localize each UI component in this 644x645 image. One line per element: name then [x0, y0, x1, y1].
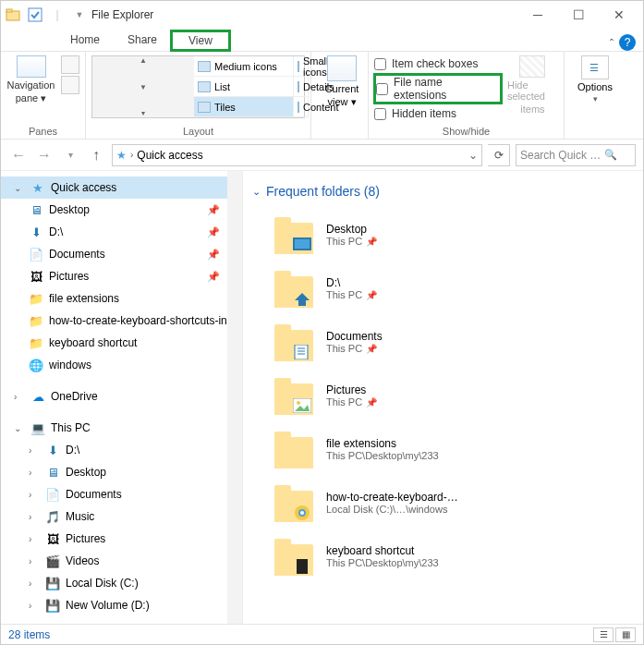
tree-windows[interactable]: 🌐windows — [1, 354, 242, 376]
folder-item[interactable]: keyboard shortcutThis PC\Desktop\my\233 — [243, 529, 636, 583]
folder-name: Desktop — [326, 223, 377, 236]
navigation-pane-label: Navigation — [7, 79, 55, 91]
back-button[interactable]: ← — [8, 145, 29, 165]
layout-content[interactable]: Content — [294, 97, 309, 117]
folder-icon — [274, 269, 313, 308]
up-button[interactable]: ↑ — [86, 145, 106, 165]
svg-rect-5 — [295, 345, 308, 359]
layout-group-label: Layout — [91, 124, 305, 137]
folder-item[interactable]: DocumentsThis PC 📌 — [243, 315, 636, 369]
tab-view[interactable]: View — [171, 30, 230, 51]
folder-sublabel: This PC\Desktop\my\233 — [326, 450, 439, 461]
folder-item[interactable]: how-to-create-keyboard-…Local Disk (C:)\… — [243, 476, 636, 529]
folder-icon — [274, 483, 313, 522]
tree-documents[interactable]: 📄Documents📌 — [1, 243, 242, 265]
folder-icon — [274, 430, 313, 469]
tree-keyboard-shortcut[interactable]: 📁keyboard shortcut — [1, 332, 242, 354]
address-dropdown-icon[interactable]: ⌄ — [468, 149, 478, 162]
address-field[interactable]: ★ › Quick access ⌄ — [112, 144, 482, 166]
content-pane[interactable]: ⌄Frequent folders (8) DesktopThis PC 📌D:… — [243, 171, 643, 624]
options-icon: ☰ — [581, 55, 609, 79]
pin-icon: 📌 — [366, 344, 377, 354]
folder-name: how-to-create-keyboard-… — [326, 491, 458, 504]
layout-tiles[interactable]: Tiles — [194, 97, 294, 117]
navigation-tree[interactable]: ⌄★Quick access 🖥Desktop📌 ⬇D:\📌 📄Document… — [1, 171, 243, 624]
panes-group-label: Panes — [6, 124, 79, 137]
view-thumbnails-button[interactable]: ▦ — [615, 627, 636, 642]
tree-pictures[interactable]: 🖼Pictures📌 — [1, 265, 242, 287]
close-button[interactable]: ✕ — [599, 2, 639, 28]
maximize-button[interactable]: ☐ — [558, 2, 599, 28]
help-icon[interactable]: ? — [619, 34, 636, 51]
window-title: File Explorer — [91, 8, 153, 21]
tree-howto[interactable]: 📁how-to-create-keyboard-shortcuts-in-w — [1, 310, 242, 332]
file-name-extensions-toggle[interactable]: File name extensions — [374, 74, 502, 103]
svg-rect-2 — [29, 8, 42, 21]
qat-dropdown-icon[interactable]: ▼ — [71, 6, 88, 23]
pin-icon: 📌 — [366, 237, 377, 247]
folder-item[interactable]: file extensionsThis PC\Desktop\my\233 — [243, 422, 636, 476]
tab-share[interactable]: Share — [114, 29, 171, 51]
navigation-pane-button[interactable]: Navigation pane ▾ — [6, 55, 55, 124]
tree-desktop[interactable]: 🖥Desktop📌 — [1, 199, 242, 221]
ribbon: Navigation pane ▾ Panes Medium icons Sma… — [1, 51, 643, 140]
current-view-icon — [327, 55, 357, 81]
tree-pc-videos[interactable]: ›🎬Videos — [1, 550, 242, 572]
folder-item[interactable]: PicturesThis PC 📌 — [243, 369, 636, 422]
layout-details[interactable]: Details — [294, 77, 309, 97]
tree-pc-pictures[interactable]: ›🖼Pictures — [1, 528, 242, 550]
ribbon-tabs: Home Share View ˆ ? — [1, 29, 643, 51]
navigation-pane-icon — [17, 55, 46, 78]
pin-icon: 📌 — [366, 397, 377, 408]
folder-name: Pictures — [326, 383, 377, 396]
tree-d-drive[interactable]: ⬇D:\📌 — [1, 221, 242, 243]
current-view-button[interactable]: Current view ▾ — [317, 55, 367, 108]
layout-list[interactable]: List — [194, 77, 294, 97]
folder-icon — [274, 215, 313, 254]
collapse-ribbon-icon[interactable]: ˆ — [610, 38, 614, 51]
folder-item[interactable]: D:\This PC 📌 — [243, 262, 636, 315]
item-check-boxes-toggle[interactable]: Item check boxes — [374, 57, 502, 70]
qat-checkbox-icon[interactable] — [27, 6, 43, 23]
tree-this-pc[interactable]: ⌄💻This PC — [1, 417, 242, 439]
layout-gallery[interactable]: Medium icons Small icons ▲▼▾ List Detail… — [91, 55, 305, 118]
refresh-button[interactable]: ⟳ — [488, 144, 510, 166]
tree-pc-music[interactable]: ›🎵Music — [1, 505, 242, 528]
chevron-down-icon: ⌄ — [252, 186, 261, 198]
preview-pane-button[interactable] — [61, 55, 79, 74]
tree-pc-d[interactable]: ›⬇D:\ — [1, 439, 242, 461]
folder-sublabel: This PC 📌 — [326, 289, 377, 300]
status-bar: 28 items ☰ ▦ — [1, 624, 643, 644]
options-button[interactable]: ☰ Options ▾ — [570, 55, 620, 103]
layout-small-icons[interactable]: Small icons — [294, 56, 309, 77]
hide-selected-icon — [519, 55, 545, 78]
layout-medium-icons[interactable]: Medium icons — [194, 56, 294, 77]
tab-home[interactable]: Home — [56, 29, 114, 51]
tree-file-extensions[interactable]: 📁file extensions — [1, 287, 242, 310]
tree-pc-newvol[interactable]: ›💾New Volume (D:) — [1, 594, 242, 616]
tree-quick-access[interactable]: ⌄★Quick access — [1, 176, 242, 199]
view-details-button[interactable]: ☰ — [593, 627, 614, 642]
svg-rect-14 — [297, 559, 308, 574]
details-pane-button[interactable] — [61, 76, 79, 94]
tree-onedrive[interactable]: ›☁OneDrive — [1, 385, 242, 408]
folder-name: D:\ — [326, 276, 377, 289]
search-box[interactable]: Search Quick … 🔍 — [516, 144, 636, 166]
pin-icon: 📌 — [207, 204, 220, 216]
folder-icon — [274, 376, 313, 415]
layout-scroll[interactable]: ▲▼▾ — [92, 56, 194, 117]
frequent-folders-heading[interactable]: ⌄Frequent folders (8) — [243, 178, 636, 208]
tree-pc-documents[interactable]: ›📄Documents — [1, 483, 242, 505]
tree-pc-localc[interactable]: ›💾Local Disk (C:) — [1, 572, 242, 594]
folder-sublabel: This PC 📌 — [326, 236, 377, 247]
recent-locations-button[interactable]: ▾ — [60, 145, 80, 165]
svg-rect-1 — [6, 9, 12, 12]
hidden-items-toggle[interactable]: Hidden items — [374, 107, 502, 120]
pin-icon: 📌 — [207, 271, 220, 283]
folder-sublabel: Local Disk (C:)\…\windows — [326, 504, 458, 515]
minimize-button[interactable]: ─ — [517, 2, 558, 28]
svg-point-10 — [297, 401, 300, 405]
folder-item[interactable]: DesktopThis PC 📌 — [243, 208, 636, 262]
tree-pc-desktop[interactable]: ›🖥Desktop — [1, 461, 242, 483]
location-icon: ★ — [116, 149, 127, 162]
